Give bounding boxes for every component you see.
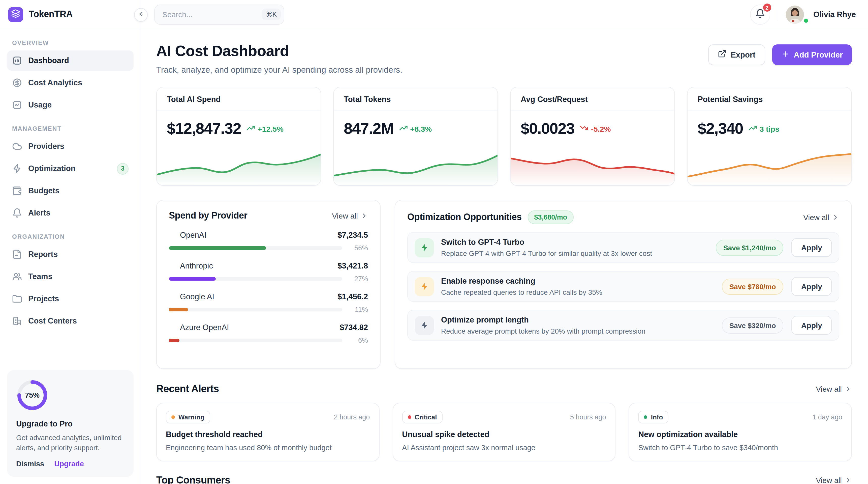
sidebar-section-management: MANAGEMENT bbox=[12, 125, 128, 132]
search-box[interactable]: ⌘K bbox=[154, 4, 284, 25]
provider-amount: $3,421.8 bbox=[338, 261, 368, 271]
optimization-panel-title: Optimization Opportunities bbox=[407, 212, 522, 223]
save-amount-badge: Save $780/mo bbox=[721, 278, 783, 294]
layers-icon bbox=[11, 9, 20, 20]
view-all-label: View all bbox=[816, 385, 842, 393]
sidebar-item-teams[interactable]: Teams bbox=[7, 266, 133, 287]
sidebar-item-providers[interactable]: Providers bbox=[7, 136, 133, 156]
sidebar-item-label: Reports bbox=[28, 250, 58, 259]
provider-bar bbox=[169, 339, 342, 342]
optimization-item-response-caching: Enable response caching Cache repeated q… bbox=[407, 271, 839, 302]
provider-amount: $7,234.5 bbox=[338, 231, 368, 240]
sidebar-item-label: Projects bbox=[28, 294, 59, 303]
sparkline-green bbox=[334, 147, 497, 185]
brand-logo bbox=[8, 7, 23, 22]
zap-icon bbox=[415, 238, 434, 257]
provider-row-anthropic: Anthropic $3,421.8 27% bbox=[169, 261, 368, 283]
sidebar-item-label: Cost Analytics bbox=[28, 78, 82, 87]
spend-view-all-link[interactable]: View all bbox=[332, 211, 368, 220]
chevron-right-icon bbox=[844, 477, 852, 484]
sidebar-item-projects[interactable]: Projects bbox=[7, 289, 133, 309]
sidebar-item-optimization[interactable]: Optimization 3 bbox=[7, 159, 133, 179]
sidebar-item-cost-analytics[interactable]: Cost Analytics bbox=[7, 73, 133, 93]
stat-value: $0.0023 bbox=[521, 120, 575, 138]
alert-card-critical[interactable]: Critical 5 hours ago Unusual spike detec… bbox=[393, 403, 616, 461]
provider-row-google: Google AI $1,456.2 11% bbox=[169, 292, 368, 313]
notification-count-badge: 2 bbox=[762, 2, 772, 12]
sidebar-item-alerts[interactable]: Alerts bbox=[7, 203, 133, 223]
app-window: TokenTRA OVERVIEW Dashboard Cost Analyti… bbox=[0, 0, 868, 484]
stats-row: Total AI Spend $12,847.32 +12.5% bbox=[156, 87, 852, 186]
sidebar-item-cost-centers[interactable]: Cost Centers bbox=[7, 311, 133, 331]
sidebar-header: TokenTRA bbox=[0, 0, 141, 29]
add-provider-button[interactable]: Add Provider bbox=[772, 45, 852, 65]
dismiss-link[interactable]: Dismiss bbox=[16, 460, 44, 468]
view-all-label: View all bbox=[816, 476, 842, 484]
provider-bar bbox=[169, 246, 342, 250]
usage-ring: 75% bbox=[16, 379, 49, 411]
alert-badge-label: Critical bbox=[414, 414, 437, 421]
alert-title: New optimization available bbox=[639, 430, 842, 439]
alerts-view-all-link[interactable]: View all bbox=[816, 385, 852, 393]
sidebar-item-usage[interactable]: Usage bbox=[7, 95, 133, 115]
export-button-label: Export bbox=[731, 50, 755, 59]
provider-bar bbox=[169, 308, 342, 311]
sidebar-item-budgets[interactable]: Budgets bbox=[7, 181, 133, 201]
stat-value: $12,847.32 bbox=[167, 120, 241, 138]
sidebar-item-label: Cost Centers bbox=[28, 316, 77, 325]
alert-badge-label: Info bbox=[651, 414, 663, 421]
alert-card-info[interactable]: Info 1 day ago New optimization availabl… bbox=[629, 403, 852, 461]
provider-amount: $734.82 bbox=[340, 323, 368, 332]
avatar bbox=[785, 5, 804, 24]
upgrade-link[interactable]: Upgrade bbox=[54, 460, 84, 468]
view-all-label: View all bbox=[803, 213, 829, 222]
export-button[interactable]: Export bbox=[708, 45, 765, 65]
sidebar-nav: OVERVIEW Dashboard Cost Analytics Usage bbox=[0, 29, 141, 333]
file-icon bbox=[12, 249, 22, 259]
sidebar-item-label: Dashboard bbox=[28, 56, 69, 65]
spend-by-provider-panel: Spend by Provider View all OpenAI $7,234… bbox=[156, 200, 380, 369]
topbar: ⌘K 2 bbox=[141, 0, 868, 29]
alert-badge-label: Warning bbox=[179, 414, 205, 421]
optimization-view-all-link[interactable]: View all bbox=[803, 213, 839, 222]
alert-severity-badge: Info bbox=[639, 411, 669, 423]
alert-title: Budget threshold reached bbox=[166, 430, 370, 439]
provider-amount: $1,456.2 bbox=[338, 292, 368, 301]
stat-card-total-tokens: Total Tokens 847.2M +8.3% bbox=[333, 87, 498, 186]
provider-name: Anthropic bbox=[180, 261, 213, 271]
apply-button[interactable]: Apply bbox=[792, 316, 832, 335]
sidebar-item-label: Budgets bbox=[28, 186, 60, 195]
user-menu[interactable]: Olivia Rhye bbox=[785, 5, 856, 24]
chevron-left-icon bbox=[137, 10, 145, 20]
apply-button[interactable]: Apply bbox=[792, 238, 832, 257]
sidebar-section-organization: ORGANIZATION bbox=[12, 233, 128, 240]
alert-timestamp: 1 day ago bbox=[812, 414, 842, 421]
optimization-title: Enable response caching bbox=[441, 277, 714, 286]
trending-up-icon bbox=[247, 124, 255, 134]
notifications-button[interactable]: 2 bbox=[750, 4, 770, 25]
provider-row-azure: Azure OpenAI $734.82 6% bbox=[169, 323, 368, 344]
sidebar-item-label: Providers bbox=[28, 142, 64, 151]
zap-icon bbox=[415, 316, 434, 335]
topbar-divider bbox=[777, 8, 778, 21]
view-all-label: View all bbox=[332, 211, 358, 220]
sidebar-item-dashboard[interactable]: Dashboard bbox=[7, 51, 133, 70]
bell-icon bbox=[12, 208, 22, 218]
sidebar-collapse-button[interactable] bbox=[134, 8, 148, 22]
online-status-dot bbox=[803, 18, 809, 24]
critical-dot-icon bbox=[407, 415, 411, 419]
optimization-item-gpt4-turbo: Switch to GPT-4 Turbo Replace GPT-4 with… bbox=[407, 232, 839, 263]
add-provider-button-label: Add Provider bbox=[794, 50, 843, 59]
search-input[interactable] bbox=[162, 10, 262, 19]
provider-row-openai: OpenAI $7,234.5 56% bbox=[169, 231, 368, 252]
warning-dot-icon bbox=[172, 415, 175, 419]
alert-timestamp: 5 hours ago bbox=[570, 414, 606, 421]
top-consumers-view-all-link[interactable]: View all bbox=[816, 476, 852, 484]
optimization-title: Optimize prompt length bbox=[441, 315, 714, 324]
sidebar-item-reports[interactable]: Reports bbox=[7, 244, 133, 264]
alert-card-warning[interactable]: Warning 2 hours ago Budget threshold rea… bbox=[156, 403, 379, 461]
upgrade-description: Get advanced analytics, unlimited alerts… bbox=[16, 432, 124, 453]
sidebar: TokenTRA OVERVIEW Dashboard Cost Analyti… bbox=[0, 0, 141, 484]
apply-button[interactable]: Apply bbox=[792, 277, 832, 296]
sparkline-red bbox=[510, 147, 675, 185]
